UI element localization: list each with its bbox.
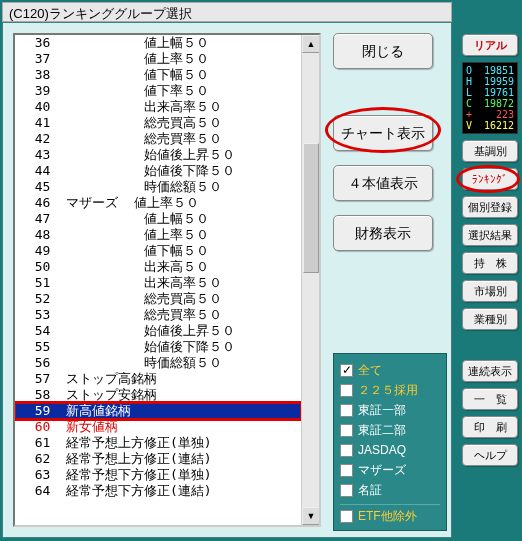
quote-label: V [466,120,476,131]
checkbox[interactable] [340,384,353,397]
filter-row[interactable]: 名証 [340,480,440,500]
list-item[interactable]: 53 総売買率５０ [15,307,301,323]
filter-label: 名証 [358,482,382,499]
quote-label: O [466,65,476,76]
ranking-button[interactable]: ﾗﾝｷﾝｸﾞ [462,168,518,190]
main-dialog: 36 値上幅５０ 37 値上率５０ 38 値下幅５０ 39 値下率５０ 40 出… [2,22,452,538]
ichiran-button[interactable]: 一 覧 [462,388,518,410]
market-filter-panel: ✓全て２２５採用東証一部東証二部JASDAQマザーズ名証ETF他除外 [333,353,447,531]
kobetsu-button[interactable]: 個別登録 [462,196,518,218]
gyoushu-button[interactable]: 業種別 [462,308,518,330]
quote-label: L [466,87,476,98]
list-item[interactable]: 45 時価総額５０ [15,179,301,195]
list-item[interactable]: 59 新高値銘柄 [15,403,301,419]
quote-value: 223 [496,109,514,120]
filter-row[interactable]: ✓全て [340,360,440,380]
list-item[interactable]: 39 値下率５０ [15,83,301,99]
list-item[interactable]: 43 始値後上昇５０ [15,147,301,163]
filter-row[interactable]: 東証一部 [340,400,440,420]
quote-label: + [466,109,476,120]
list-item[interactable]: 36 値上幅５０ [15,35,301,51]
list-item[interactable]: 57 ストップ高銘柄 [15,371,301,387]
scroll-down-icon[interactable]: ▼ [302,507,320,525]
dialog-button-column: 閉じる チャート表示 ４本値表示 財務表示 [333,33,443,265]
filter-row[interactable]: JASDAQ [340,440,440,460]
list-item[interactable]: 49 値下幅５０ [15,243,301,259]
filter-label: マザーズ [358,462,406,479]
four-value-button[interactable]: ４本値表示 [333,165,433,201]
chart-display-button[interactable]: チャート表示 [333,115,433,151]
checkbox[interactable] [340,484,353,497]
mochi-button[interactable]: 持 株 [462,252,518,274]
right-button-column: リアルO19851H19959L19761C19872+223V16212基調別… [460,28,520,472]
list-item[interactable]: 54 始値後上昇５０ [15,323,301,339]
list-item[interactable]: 47 値上幅５０ [15,211,301,227]
insatsu-button[interactable]: 印 刷 [462,416,518,438]
finance-button[interactable]: 財務表示 [333,215,433,251]
help-button[interactable]: ヘルプ [462,444,518,466]
filter-label: ２２５採用 [358,382,418,399]
filter-row[interactable]: 東証二部 [340,420,440,440]
list-item[interactable]: 52 総売買高５０ [15,291,301,307]
list-item[interactable]: 51 出来高率５０ [15,275,301,291]
renzoku-button[interactable]: 連続表示 [462,360,518,382]
list-item[interactable]: 64 経常予想下方修正(連結) [15,483,301,499]
list-item[interactable]: 42 総売買率５０ [15,131,301,147]
kichou-button[interactable]: 基調別 [462,140,518,162]
checkbox[interactable] [340,510,353,523]
real-button[interactable]: リアル [462,34,518,56]
quote-label: C [466,98,476,109]
quote-label: H [466,76,476,87]
scroll-up-icon[interactable]: ▲ [302,35,320,53]
filter-label: 東証二部 [358,422,406,439]
quote-value: 19851 [484,65,514,76]
filter-label: JASDAQ [358,443,406,457]
filter-row[interactable]: マザーズ [340,460,440,480]
list-item[interactable]: 56 時価総額５０ [15,355,301,371]
quote-value: 16212 [484,120,514,131]
ranking-list[interactable]: 36 値上幅５０ 37 値上率５０ 38 値下幅５０ 39 値下率５０ 40 出… [13,33,321,527]
checkbox[interactable] [340,464,353,477]
scrollbar[interactable]: ▲ ▼ [301,35,319,525]
list-item[interactable]: 37 値上率５０ [15,51,301,67]
quote-value: 19761 [484,87,514,98]
quote-value: 19959 [484,76,514,87]
list-item[interactable]: 46 マザーズ 値上率５０ [15,195,301,211]
quote-value: 19872 [484,98,514,109]
list-item[interactable]: 48 値上率５０ [15,227,301,243]
scroll-thumb[interactable] [303,143,319,273]
list-item[interactable]: 40 出来高率５０ [15,99,301,115]
checkbox[interactable] [340,424,353,437]
list-item[interactable]: 50 出来高５０ [15,259,301,275]
list-item[interactable]: 63 経常予想下方修正(単独) [15,467,301,483]
shijou-button[interactable]: 市場別 [462,280,518,302]
sentaku-button[interactable]: 選択結果 [462,224,518,246]
list-item[interactable]: 60 新女値柄 [15,419,301,435]
list-item[interactable]: 44 始値後下降５０ [15,163,301,179]
filter-row[interactable]: ２２５採用 [340,380,440,400]
list-item[interactable]: 58 ストップ安銘柄 [15,387,301,403]
quote-panel: O19851H19959L19761C19872+223V16212 [462,62,518,134]
checkbox[interactable] [340,404,353,417]
filter-label: ETF他除外 [358,508,417,525]
window-title: (C120)ランキンググループ選択 [2,2,452,22]
list-item[interactable]: 62 経常予想上方修正(連結) [15,451,301,467]
checkbox[interactable] [340,444,353,457]
filter-row[interactable]: ETF他除外 [340,504,440,524]
filter-label: 全て [358,362,382,379]
list-item[interactable]: 61 経常予想上方修正(単独) [15,435,301,451]
checkbox[interactable]: ✓ [340,364,353,377]
list-item[interactable]: 38 値下幅５０ [15,67,301,83]
close-button[interactable]: 閉じる [333,33,433,69]
list-item[interactable]: 55 始値後下降５０ [15,339,301,355]
filter-label: 東証一部 [358,402,406,419]
list-item[interactable]: 41 総売買高５０ [15,115,301,131]
